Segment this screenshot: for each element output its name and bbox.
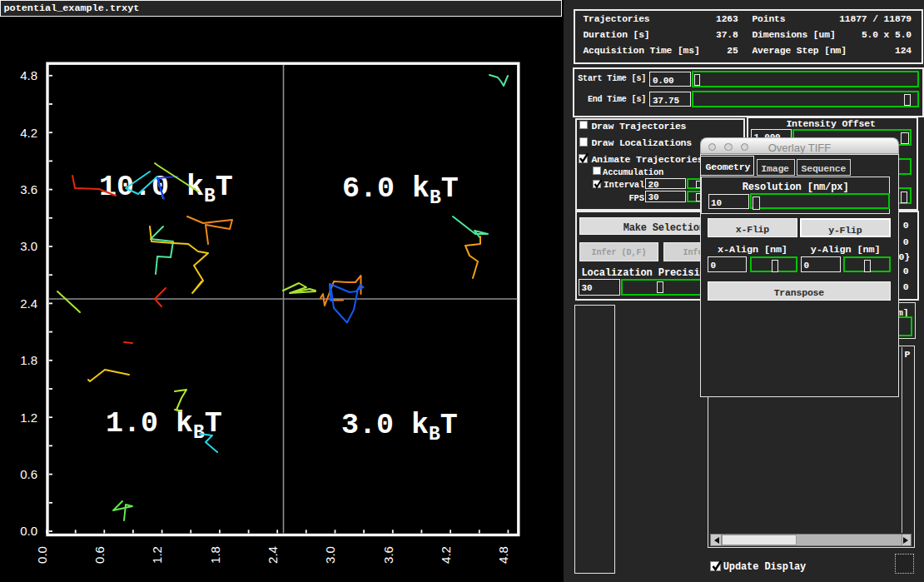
svg-text:3.6: 3.6	[20, 182, 37, 196]
svg-text:3.0: 3.0	[20, 239, 37, 253]
svg-text:2.4: 2.4	[266, 546, 280, 564]
svg-text:1.0 kBT: 1.0 kBT	[106, 407, 222, 444]
svg-text:6.0 kBT: 6.0 kBT	[342, 172, 459, 209]
svg-text:0.0: 0.0	[35, 546, 49, 564]
svg-text:4.2: 4.2	[439, 546, 453, 564]
svg-text:0.6: 0.6	[20, 467, 37, 481]
svg-text:4.8: 4.8	[496, 546, 510, 564]
svg-text:0.0: 0.0	[20, 524, 37, 538]
svg-text:3.6: 3.6	[381, 546, 395, 564]
svg-text:1.2: 1.2	[150, 546, 164, 564]
svg-text:1.8: 1.8	[20, 353, 37, 367]
svg-text:1.2: 1.2	[20, 410, 37, 425]
svg-text:4.2: 4.2	[20, 126, 37, 140]
svg-text:3.0 kBT: 3.0 kBT	[341, 409, 458, 445]
svg-text:3.0: 3.0	[323, 546, 337, 564]
svg-text:4.8: 4.8	[20, 68, 37, 82]
svg-text:2.4: 2.4	[20, 296, 37, 311]
svg-text:0.6: 0.6	[92, 546, 107, 564]
svg-text:1.8: 1.8	[208, 546, 222, 564]
